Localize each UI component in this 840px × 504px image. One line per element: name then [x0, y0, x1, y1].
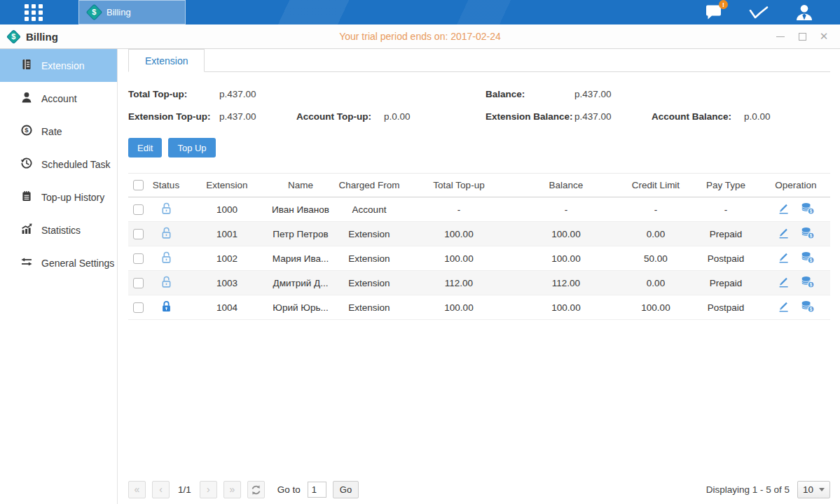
displaying-text: Displaying 1 - 5 of 5: [706, 484, 790, 495]
last-page-button[interactable]: »: [223, 481, 241, 498]
top-up-button[interactable]: Top Up: [168, 138, 215, 158]
cell-operation: $: [762, 197, 830, 222]
refresh-icon: [251, 484, 261, 496]
extension-table-body: 1000Иван ИвановAccount----$1001Петр Петр…: [128, 197, 830, 320]
window-header: $ Billing Your trial period ends on: 201…: [0, 24, 840, 49]
refresh-button[interactable]: [247, 481, 265, 498]
cell-charged-from: Extension: [331, 246, 407, 271]
col-pay-type: Pay Type: [690, 174, 762, 197]
page-size-value: 10: [803, 484, 813, 495]
cell-balance: 100.00: [511, 222, 621, 246]
select-all-checkbox[interactable]: [133, 180, 144, 190]
sidebar-item-statistics[interactable]: Statistics: [0, 214, 117, 246]
prev-page-button[interactable]: ‹: [152, 481, 170, 498]
go-button[interactable]: Go: [333, 481, 359, 498]
goto-label: Go to: [277, 484, 301, 495]
taskbar-tab-billing[interactable]: $ Billing: [78, 0, 186, 24]
sidebar-item-account[interactable]: Account: [0, 82, 117, 115]
edit-icon[interactable]: [778, 202, 790, 216]
row-checkbox[interactable]: [133, 278, 144, 288]
col-balance: Balance: [511, 174, 621, 197]
edit-icon[interactable]: [778, 227, 790, 241]
tab-extension[interactable]: Extension: [128, 49, 205, 72]
taskbar: $ Billing !: [0, 0, 840, 24]
balance-value: p.437.00: [574, 89, 652, 99]
cell-credit-limit: 100.00: [621, 295, 690, 320]
cell-extension: 1004: [184, 295, 270, 320]
row-checkbox[interactable]: [133, 302, 144, 313]
topup-icon[interactable]: $: [801, 300, 815, 315]
edit-icon[interactable]: [778, 300, 790, 314]
svg-text:$: $: [809, 282, 812, 288]
sidebar-item-scheduled-task[interactable]: Scheduled Task: [0, 148, 117, 181]
sidebar-item-general-settings[interactable]: General Settings: [0, 246, 117, 279]
cell-name: Юрий Юрь...: [270, 295, 331, 320]
table-row: 1004Юрий Юрь...Extension100.00100.00100.…: [128, 295, 830, 320]
cell-name: Иван Иванов: [270, 197, 331, 222]
chevron-down-icon: [819, 488, 825, 491]
page-size-select[interactable]: 10: [797, 481, 830, 498]
cell-credit-limit: 0.00: [621, 222, 690, 246]
col-name: Name: [270, 174, 331, 197]
edit-icon[interactable]: [778, 251, 790, 265]
summary-panel: Total Top-up: p.437.00 Balance: p.437.00…: [128, 89, 830, 122]
scheduled-task-icon: [21, 158, 32, 171]
topup-icon[interactable]: $: [801, 227, 815, 241]
cell-pay-type: Postpaid: [690, 246, 762, 271]
cell-total-topup: 100.00: [407, 295, 511, 320]
cell-status: [148, 246, 184, 271]
cell-charged-from: Extension: [331, 295, 407, 320]
total-topup-label: Total Top-up:: [128, 89, 219, 99]
cell-total-topup: 100.00: [407, 222, 511, 246]
close-button[interactable]: ✕: [819, 31, 829, 41]
sidebar-item-label: Account: [41, 93, 77, 104]
first-page-button[interactable]: «: [128, 481, 146, 498]
user-account-icon[interactable]: [795, 4, 813, 21]
main-content: Extension Total Top-up: p.437.00 Balance…: [118, 49, 840, 504]
messages-icon[interactable]: !: [705, 4, 722, 20]
extension-table: Status Extension Name Charged From Total…: [128, 173, 830, 320]
topup-icon[interactable]: $: [801, 202, 815, 217]
col-credit-limit: Credit Limit: [621, 174, 690, 197]
row-checkbox[interactable]: [133, 229, 144, 239]
statistics-icon: [21, 223, 32, 237]
cell-extension: 1002: [184, 246, 270, 271]
topup-icon[interactable]: $: [801, 276, 815, 290]
resource-monitor-icon[interactable]: [749, 4, 769, 21]
cell-total-topup: 112.00: [407, 271, 511, 295]
extension-topup-label: Extension Top-up:: [128, 111, 219, 122]
table-row: 1001Петр ПетровExtension100.00100.000.00…: [128, 222, 830, 246]
notification-badge: !: [719, 0, 728, 9]
next-page-button[interactable]: ›: [200, 481, 217, 498]
taskbar-tab-label: Billing: [106, 7, 131, 18]
app-launcher-icon[interactable]: [24, 4, 49, 22]
table-row: 1002Мария Ива...Extension100.00100.0050.…: [128, 246, 830, 271]
sidebar-item-rate[interactable]: $Rate: [0, 115, 117, 148]
cell-status: [148, 222, 184, 246]
sidebar-item-top-up-history[interactable]: Top-up History: [0, 181, 117, 214]
svg-text:$: $: [809, 209, 812, 214]
edit-icon[interactable]: [778, 276, 790, 290]
cell-total-topup: 100.00: [407, 246, 511, 271]
cell-status: [148, 197, 184, 222]
cell-checkbox: [128, 271, 148, 295]
sidebar-item-label: General Settings: [41, 258, 114, 269]
general-settings-icon: [21, 256, 32, 270]
goto-page-input[interactable]: [308, 482, 326, 498]
minimize-button[interactable]: [776, 31, 785, 41]
topup-icon[interactable]: $: [801, 251, 815, 266]
sidebar-item-extension[interactable]: Extension: [0, 49, 117, 82]
cell-pay-type: Prepaid: [690, 222, 762, 246]
edit-button[interactable]: Edit: [128, 138, 162, 158]
extension-icon: [21, 59, 32, 72]
row-checkbox[interactable]: [133, 253, 144, 264]
col-operation: Operation: [762, 174, 830, 197]
cell-checkbox: [128, 246, 148, 271]
billing-app-icon: $: [85, 4, 102, 20]
grid-icon: [24, 4, 45, 22]
row-checkbox[interactable]: [133, 204, 144, 215]
maximize-button[interactable]: [797, 31, 807, 41]
cell-balance: 100.00: [511, 295, 621, 320]
window-title-text: Billing: [26, 31, 58, 43]
cell-operation: $: [762, 222, 830, 246]
